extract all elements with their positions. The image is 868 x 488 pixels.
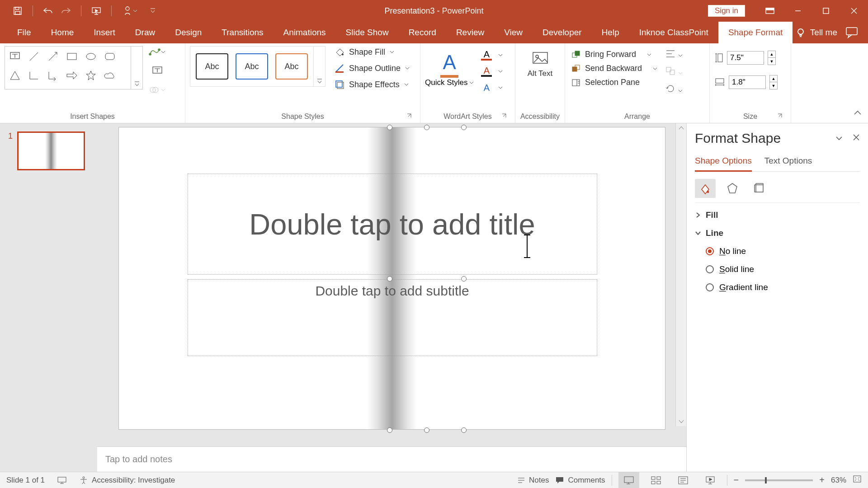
slide-sorter-view-icon[interactable] <box>646 472 666 488</box>
roundrect-shape-icon[interactable] <box>103 49 117 64</box>
textbox-shape-icon[interactable] <box>8 49 22 64</box>
line-shape-icon[interactable] <box>27 49 41 64</box>
elbow-arrow-shape-icon[interactable] <box>46 68 60 83</box>
comments-toggle[interactable]: Comments <box>555 476 605 485</box>
send-backward-button[interactable]: Send Backward <box>570 63 659 74</box>
shapes-gallery-more-icon[interactable] <box>131 46 143 89</box>
shape-effects-button[interactable]: Shape Effects <box>332 79 412 90</box>
star-shape-icon[interactable] <box>84 68 98 83</box>
minimize-icon[interactable] <box>784 0 812 22</box>
line-none-radio[interactable]: No line <box>695 244 860 258</box>
undo-icon[interactable] <box>43 6 53 16</box>
arrow-shape-icon[interactable] <box>65 68 79 83</box>
accessibility-status[interactable]: Accessibility: Investigate <box>79 476 175 485</box>
style-swatch-3[interactable]: Abc <box>275 53 308 80</box>
group-button[interactable] <box>665 66 683 78</box>
style-swatch-1[interactable]: Abc <box>196 53 228 80</box>
pane-tab-shape-options[interactable]: Shape Options <box>695 152 752 172</box>
maximize-icon[interactable] <box>812 0 840 22</box>
tab-slide-show[interactable]: Slide Show <box>336 22 399 43</box>
comments-pane-icon[interactable] <box>845 27 859 38</box>
close-icon[interactable] <box>840 0 868 22</box>
line-arrow-shape-icon[interactable] <box>46 49 60 64</box>
oval-shape-icon[interactable] <box>84 49 98 64</box>
tab-record[interactable]: Record <box>399 22 446 43</box>
zoom-percent[interactable]: 63% <box>831 476 846 485</box>
shape-outline-button[interactable]: Shape Outline <box>332 62 412 74</box>
shape-styles-more-icon[interactable] <box>314 46 326 87</box>
ribbon-display-options-icon[interactable] <box>756 0 784 22</box>
text-box-button[interactable] <box>149 65 165 77</box>
elbow-shape-icon[interactable] <box>27 68 41 83</box>
effects-category-icon[interactable] <box>722 179 743 198</box>
notes-pane[interactable]: Tap to add notes <box>97 446 686 472</box>
slide-canvas[interactable]: Double tap to add title Double tap to ad… <box>118 127 665 430</box>
tab-home[interactable]: Home <box>41 22 84 43</box>
wordart-launcher-icon[interactable] <box>501 113 508 119</box>
zoom-slider[interactable] <box>745 479 813 481</box>
style-swatch-2[interactable]: Abc <box>236 53 268 80</box>
tab-file[interactable]: File <box>7 22 41 43</box>
line-gradient-radio[interactable]: Gradient line <box>695 281 860 294</box>
zoom-in-icon[interactable]: + <box>819 475 825 485</box>
cloud-shape-icon[interactable] <box>103 68 117 83</box>
quick-styles-label[interactable]: Quick Styles <box>425 79 474 87</box>
edit-shape-button[interactable] <box>149 46 165 58</box>
selection-pane-button[interactable]: Selection Pane <box>570 77 659 88</box>
notes-toggle[interactable]: Notes <box>517 476 549 485</box>
tab-help[interactable]: Help <box>592 22 629 43</box>
sign-in-button[interactable]: Sign in <box>708 5 745 17</box>
text-effects-button[interactable]: A <box>481 82 503 93</box>
tab-insert[interactable]: Insert <box>84 22 125 43</box>
redo-icon[interactable] <box>61 6 71 16</box>
align-button[interactable] <box>665 50 683 60</box>
qat-customize-icon[interactable] <box>148 6 158 16</box>
shape-styles-gallery[interactable]: Abc Abc Abc <box>190 46 314 87</box>
fill-section-header[interactable]: Fill <box>695 208 860 222</box>
text-outline-button[interactable]: A <box>481 66 503 77</box>
text-fill-button[interactable]: A <box>481 50 503 61</box>
save-icon[interactable] <box>13 6 23 16</box>
tab-review[interactable]: Review <box>446 22 494 43</box>
tab-classpoint[interactable]: Inknoe ClassPoint <box>629 22 718 43</box>
tab-transitions[interactable]: Transitions <box>212 22 273 43</box>
triangle-shape-icon[interactable] <box>8 68 22 83</box>
scroll-down-icon[interactable] <box>678 419 684 424</box>
line-solid-radio[interactable]: Solid line <box>695 263 860 276</box>
zoom-out-icon[interactable]: − <box>734 475 739 485</box>
alt-text-button[interactable]: Alt Text <box>524 46 556 83</box>
collapse-ribbon-icon[interactable] <box>854 109 862 118</box>
shape-width-field[interactable]: 1.8" ▲▼ <box>714 75 778 89</box>
tab-animations[interactable]: Animations <box>274 22 336 43</box>
scroll-up-icon[interactable] <box>678 125 684 131</box>
rotate-button[interactable] <box>665 84 683 95</box>
bring-forward-button[interactable]: Bring Forward <box>570 49 659 60</box>
tab-developer[interactable]: Developer <box>533 22 592 43</box>
slideshow-view-icon[interactable] <box>700 472 721 488</box>
reading-view-icon[interactable] <box>673 472 693 488</box>
height-spinner[interactable]: ▲▼ <box>768 51 776 65</box>
size-launcher-icon[interactable] <box>777 113 783 119</box>
vertical-scrollbar[interactable] <box>675 123 686 426</box>
slide-thumbnail-strip[interactable]: 1 <box>0 123 97 472</box>
pane-close-icon[interactable] <box>853 134 860 143</box>
line-section-header[interactable]: Line <box>695 226 860 240</box>
fit-to-window-icon[interactable] <box>853 475 862 485</box>
merge-shapes-button[interactable] <box>149 84 165 96</box>
shape-height-field[interactable]: 7.5" ▲▼ <box>714 51 778 65</box>
shape-fill-button[interactable]: Shape Fill <box>332 46 412 58</box>
quick-styles-icon[interactable]: A <box>439 48 460 77</box>
pane-options-icon[interactable] <box>835 134 843 143</box>
tell-me-search[interactable]: Tell me <box>796 28 837 38</box>
pane-tab-text-options[interactable]: Text Options <box>764 152 812 171</box>
shape-styles-launcher-icon[interactable] <box>406 113 413 119</box>
slide-counter[interactable]: Slide 1 of 1 <box>6 476 45 485</box>
width-spinner[interactable]: ▲▼ <box>769 75 778 89</box>
tab-draw[interactable]: Draw <box>125 22 165 43</box>
tab-design[interactable]: Design <box>165 22 212 43</box>
tab-shape-format[interactable]: Shape Format <box>718 22 793 43</box>
selection-box[interactable] <box>390 127 464 430</box>
size-properties-category-icon[interactable] <box>749 179 770 198</box>
present-from-start-icon[interactable] <box>91 6 101 16</box>
slide-thumbnail-1[interactable] <box>17 131 85 170</box>
